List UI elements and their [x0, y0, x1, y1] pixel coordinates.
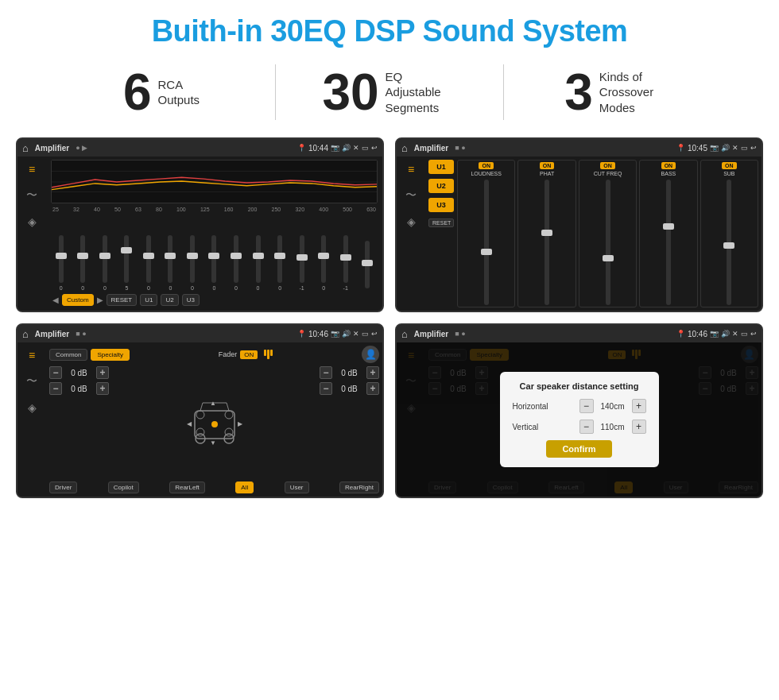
amp2-wave-icon[interactable]: 〜	[405, 188, 417, 203]
cross-common-tab[interactable]: Common	[49, 349, 87, 361]
amp2-tune-icon[interactable]: ≡	[408, 163, 414, 176]
amp2-sub-track[interactable]	[727, 180, 731, 305]
cross-copilot-btn[interactable]: Copilot	[108, 481, 139, 493]
cross-minus-3[interactable]: −	[320, 382, 332, 395]
dialog-vertical-plus[interactable]: +	[632, 420, 646, 434]
eq-track-12[interactable]	[321, 235, 326, 283]
cross-minus-2[interactable]: −	[320, 366, 332, 379]
eq-back-icon[interactable]: ↩	[371, 144, 378, 152]
amp2-volume-icon: 🔊	[721, 144, 730, 152]
eq-track-14[interactable]	[365, 241, 370, 288]
svg-rect-0	[52, 160, 377, 203]
dialog-vertical-minus[interactable]: −	[579, 420, 594, 434]
eq-slider-12: 0	[315, 235, 332, 291]
amp2-presets: U1 U2 U3 RESET	[428, 160, 454, 307]
svg-point-11	[225, 428, 233, 436]
amp2-sub-on: ON	[722, 162, 737, 169]
cross-driver-btn[interactable]: Driver	[49, 481, 77, 493]
amp2-cutfreq-track[interactable]	[606, 180, 610, 305]
cross-speaker-icon[interactable]: ◈	[28, 401, 37, 414]
cross-plus-0[interactable]: +	[96, 366, 109, 379]
dialog-confirm-button[interactable]: Confirm	[546, 440, 611, 458]
dialog-time: 10:46	[688, 330, 707, 338]
dialog-horizontal-plus[interactable]: +	[632, 399, 646, 413]
eq-track-13[interactable]	[343, 235, 348, 283]
eq-track-7[interactable]	[211, 235, 216, 283]
dialog-x-icon: ✕	[732, 330, 738, 338]
eq-track-11[interactable]	[300, 235, 304, 283]
cross-back-icon[interactable]: ↩	[371, 330, 378, 338]
amp2-speaker-icon[interactable]: ◈	[407, 215, 416, 228]
cross-plus-3[interactable]: +	[366, 382, 379, 395]
cross-user-icon[interactable]: 👤	[362, 346, 379, 363]
eq-track-5[interactable]	[168, 235, 172, 283]
cross-rearleft-btn[interactable]: RearLeft	[169, 481, 205, 493]
dialog-back-icon[interactable]: ↩	[750, 330, 757, 338]
eq-track-0[interactable]	[59, 235, 64, 283]
svg-text:▲: ▲	[210, 400, 216, 407]
eq-prev-icon[interactable]: ◀	[52, 296, 59, 304]
cross-minus-1[interactable]: −	[49, 382, 62, 395]
eq-track-10[interactable]	[277, 235, 282, 283]
dialog-home-icon[interactable]: ⌂	[401, 328, 408, 340]
amp2-status-icons-right: 📍 10:45 📷 🔊 ✕ ▭ ↩	[676, 144, 757, 153]
eq-u3-btn[interactable]: U3	[182, 294, 200, 306]
cross-rearright-btn[interactable]: RearRight	[339, 481, 379, 493]
eq-track-8[interactable]	[234, 235, 238, 283]
cross-db-row-2: − 0 dB +	[320, 366, 379, 379]
eq-track-2[interactable]	[103, 235, 107, 283]
cross-screen-card: ⌂ Amplifier ■ ● 📍 10:46 📷 🔊 ✕ ▭ ↩ ≡ 〜 ◈ …	[16, 323, 384, 498]
dialog-location-icon: 📍	[676, 330, 685, 338]
eq-next-icon[interactable]: ▶	[97, 296, 103, 304]
eq-track-1[interactable]	[80, 235, 85, 283]
cross-fader-label: Fader	[219, 350, 238, 358]
eq-track-3[interactable]	[124, 235, 129, 283]
eq-track-9[interactable]	[256, 235, 261, 283]
amp2-sub-slider	[727, 180, 731, 305]
amp2-reset-btn[interactable]: RESET	[428, 219, 454, 227]
cross-all-btn[interactable]: All	[235, 481, 254, 493]
eq-track-6[interactable]	[190, 235, 195, 283]
stat-rca-number: 6	[123, 67, 152, 118]
amp2-screen-card: ⌂ Amplifier ■ ● 📍 10:45 📷 🔊 ✕ ▭ ↩ ≡ 〜 ◈ …	[395, 137, 763, 312]
eq-u2-btn[interactable]: U2	[161, 294, 178, 306]
cross-specialty-tab[interactable]: Specialty	[91, 349, 129, 361]
eq-custom-btn[interactable]: Custom	[62, 294, 94, 306]
eq-speaker-icon[interactable]: ◈	[28, 215, 37, 228]
amp2-u1-btn[interactable]: U1	[428, 160, 454, 174]
cross-db-row-3: − 0 dB +	[320, 382, 379, 395]
eq-val-10: 0	[278, 285, 281, 291]
cross-car-diagram: ▲ ▼ ◀ ▶	[175, 366, 254, 478]
eq-val-9: 0	[257, 285, 260, 291]
cross-plus-1[interactable]: +	[96, 382, 109, 395]
eq-wave-icon[interactable]: 〜	[26, 188, 37, 203]
amp2-u3-btn[interactable]: U3	[428, 198, 454, 212]
amp2-phat-track[interactable]	[545, 180, 549, 305]
amp2-u2-btn[interactable]: U2	[428, 179, 454, 193]
dialog-vertical-control: − 110cm +	[579, 420, 646, 434]
eq-track-4[interactable]	[146, 235, 151, 283]
dialog-horizontal-minus[interactable]: −	[579, 399, 594, 413]
cross-home-icon[interactable]: ⌂	[22, 328, 29, 340]
amp2-home-icon[interactable]: ⌂	[401, 142, 408, 154]
cross-wave-icon[interactable]: 〜	[26, 374, 37, 389]
eq-val-6: 0	[191, 285, 194, 291]
cross-tune-icon[interactable]: ≡	[29, 349, 35, 362]
eq-reset-btn[interactable]: RESET	[107, 294, 138, 306]
amp2-bass-track[interactable]	[666, 180, 671, 305]
eq-home-icon[interactable]: ⌂	[22, 142, 29, 154]
cross-x-icon: ✕	[353, 330, 359, 338]
amp2-loudness-track[interactable]	[484, 180, 489, 305]
dialog-camera-icon: 📷	[710, 330, 719, 338]
cross-fader-on: ON	[240, 350, 258, 359]
cross-user-btn[interactable]: User	[285, 481, 309, 493]
amp2-phat-slider	[545, 180, 549, 305]
cross-plus-2[interactable]: +	[366, 366, 379, 379]
amp2-back-icon[interactable]: ↩	[750, 144, 757, 152]
cross-minus-0[interactable]: −	[49, 366, 62, 379]
cross-fader-bars	[264, 350, 273, 359]
eq-u1-btn[interactable]: U1	[140, 294, 157, 306]
eq-tune-icon[interactable]: ≡	[29, 163, 35, 176]
dialog-status-bar: ⌂ Amplifier ■ ● 📍 10:46 📷 🔊 ✕ ▭ ↩	[397, 325, 762, 342]
cross-db-row-1: − 0 dB +	[49, 382, 170, 395]
